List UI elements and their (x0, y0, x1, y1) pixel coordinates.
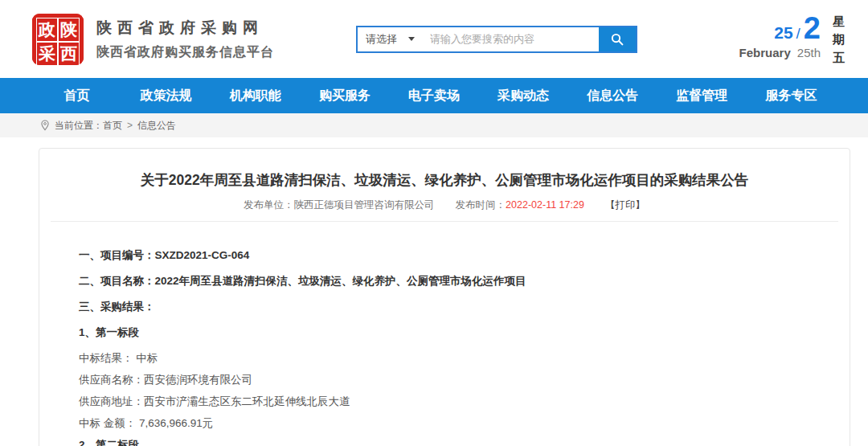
nav-item-8[interactable]: 监督管理 (657, 78, 747, 113)
nav-item-4[interactable]: 购买服务 (300, 78, 389, 113)
search-bar: 请选择 (356, 26, 637, 53)
logo-char: 西 (58, 42, 80, 66)
nav-item-5[interactable]: 电子卖场 (389, 78, 478, 113)
date-day: 25 (774, 23, 792, 42)
article-line: 二、项目名称：2022年周至县道路清扫保洁、垃圾清运、绿化养护、公厕管理市场化运… (79, 274, 817, 288)
date-day-ordinal: 25th (797, 46, 821, 59)
date-numeric: 25/2 February25th (739, 11, 821, 59)
publish-time-label: 发布时间： (456, 199, 506, 211)
search-input[interactable] (425, 27, 599, 51)
site-name: 陕西省政府采购网 (96, 18, 274, 39)
site-header: 政陕采西 陕西省政府采购网 陕西省政府购买服务信息平台 请选择 (0, 0, 868, 78)
article-meta: 发布单位：陕西正德项目管理咨询有限公司发布时间：2022-02-11 17:29… (39, 198, 850, 212)
logo-char: 陕 (58, 18, 80, 42)
nav-item-7[interactable]: 信息公告 (568, 78, 657, 113)
nav-item-6[interactable]: 采购动态 (479, 78, 568, 113)
site-subtitle: 陕西省政府购买服务信息平台 (96, 44, 274, 61)
search-category-label: 请选择 (366, 32, 397, 47)
publisher-label: 发布单位： (244, 199, 294, 211)
article-card: 关于2022年周至县道路清扫保洁、垃圾清运、绿化养护、公厕管理市场化运作项目的采… (39, 148, 850, 446)
article-line: 供应商地址：西安市浐灞生态区东二环北延伸线北辰大道 (79, 395, 817, 408)
article-body: 一、项目编号：SXZD2021-CG-064二、项目名称：2022年周至县道路清… (79, 222, 817, 446)
logo-char: 采 (36, 42, 58, 66)
breadcrumb: 当前位置： 首页 > 信息公告 (0, 113, 868, 137)
search-icon (610, 32, 624, 47)
breadcrumb-home-link[interactable]: 首页 (103, 119, 122, 133)
print-button[interactable]: 【打印】 (605, 199, 645, 211)
article-line: 一、项目编号：SXZD2021-CG-064 (79, 248, 817, 262)
date-widget: 25/2 February25th 星期五 (739, 11, 845, 68)
breadcrumb-separator: > (127, 120, 133, 131)
article-title: 关于2022年周至县道路清扫保洁、垃圾清运、绿化养护、公厕管理市场化运作项目的采… (88, 170, 801, 190)
page: 政陕采西 陕西省政府采购网 陕西省政府购买服务信息平台 请选择 (0, 0, 868, 446)
article-line: 供应商名称：西安德润环境有限公司 (79, 373, 817, 387)
logo-char: 政 (36, 18, 58, 42)
article-line: 中标结果： 中标 (79, 351, 817, 365)
nav-item-1[interactable]: 首页 (32, 78, 121, 113)
publish-time-value: 2022-02-11 17:29 (506, 199, 584, 211)
site-logo[interactable]: 政陕采西 陕西省政府采购网 陕西省政府购买服务信息平台 (32, 14, 274, 65)
nav-item-9[interactable]: 服务专区 (747, 78, 836, 113)
article-line: 1、第一标段 (79, 325, 817, 339)
nav-item-2[interactable]: 政策法规 (121, 78, 211, 113)
article-line: 2、第二标段 (79, 438, 817, 446)
article-line: 三、采购结果： (79, 300, 817, 313)
search-category-select[interactable]: 请选择 (358, 27, 425, 51)
main-nav: 首页政策法规机构职能购买服务电子卖场采购动态信息公告监督管理服务专区 (0, 78, 868, 113)
chevron-down-icon (408, 37, 415, 41)
article-line: 中标 金额： 7,636,966.91元 (79, 416, 817, 430)
breadcrumb-current-link[interactable]: 信息公告 (137, 119, 176, 133)
date-weekday: 星期五 (832, 13, 845, 68)
breadcrumb-label: 当前位置： (55, 119, 103, 133)
nav-item-3[interactable]: 机构职能 (211, 78, 300, 113)
search-button[interactable] (599, 27, 636, 51)
publisher-value: 陕西正德项目管理咨询有限公司 (294, 199, 435, 211)
site-titles: 陕西省政府采购网 陕西省政府购买服务信息平台 (96, 18, 274, 61)
date-month-name: February (739, 46, 791, 59)
location-pin-icon (40, 120, 50, 131)
date-month: 2 (804, 11, 821, 45)
date-slash: / (796, 25, 800, 42)
site-logo-seal: 政陕采西 (32, 14, 84, 65)
